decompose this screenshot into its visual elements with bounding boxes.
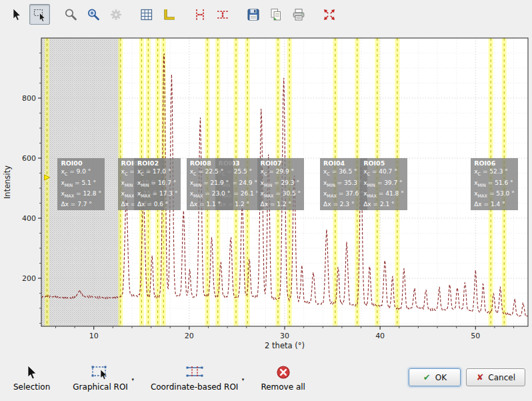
plot-canvas[interactable]: 2 theta (°) Intensity 102030405020040060… [0,32,532,357]
ok-check-icon: ✔ [423,372,431,382]
selection-tool-button[interactable]: Selection [11,363,53,393]
zoom-in-button[interactable] [83,4,103,25]
svg-text:40: 40 [375,332,385,340]
selection-rect-icon [33,7,47,22]
gear-icon [109,7,123,22]
svg-text:30: 30 [280,332,289,340]
ok-button-label: OK [435,373,447,382]
cancel-button-label: Cancel [488,373,515,382]
coordinate-roi-button[interactable]: ▾ Coordinate-based ROI [148,363,241,393]
svg-text:50: 50 [471,332,480,340]
cancel-button[interactable]: ✘ Cancel [466,368,525,386]
print-icon [291,7,306,22]
graphical-roi-button[interactable]: ▾ Graphical ROI [70,363,131,393]
magnifier-icon [63,7,78,22]
vertical-markers-icon [193,7,207,22]
axes-icon [162,7,177,22]
svg-text:20: 20 [185,332,194,340]
y-axis-label: Intensity [3,165,12,199]
remove-all-label: Remove all [261,382,305,392]
ok-button[interactable]: ✔ OK [409,368,461,386]
axes-toggle-button[interactable] [159,4,179,25]
toolbar-separator [52,14,58,15]
svg-text:200: 200 [22,274,36,283]
svg-text:400: 400 [22,214,36,223]
toolbar-separator [235,14,241,15]
expand-arrows-icon [322,7,337,22]
plot-toolbar [7,4,339,25]
copy-icon [269,7,283,22]
toolbar-separator [311,14,317,15]
toolbar-separator [181,14,187,15]
pointer-arrow-icon [10,7,25,22]
zoom-tool-button[interactable] [60,4,81,25]
pointer-tool-button[interactable] [7,4,27,25]
svg-text:10: 10 [89,332,99,340]
selection-label: Selection [13,382,50,392]
print-button[interactable] [288,4,309,25]
graphical-roi-label: Graphical ROI [73,382,128,392]
dropdown-arrow-icon: ▾ [242,378,245,382]
selection-cursor-icon [24,364,40,380]
remove-all-icon [275,364,291,380]
expand-button[interactable] [319,4,339,25]
dialog-button-box: ✔ OK ✘ Cancel [409,368,525,386]
selection-mode-button[interactable] [29,4,50,25]
coordinate-roi-icon [185,364,205,380]
grid-toggle-button[interactable] [136,4,157,25]
dropdown-arrow-icon: ▾ [131,378,134,382]
grid-icon [139,7,154,22]
svg-text:800: 800 [22,94,36,103]
remove-all-button[interactable]: Remove all [258,363,308,393]
plot-area: 2 theta (°) Intensity 102030405020040060… [0,32,532,357]
graphical-roi-icon [91,364,111,380]
roi-action-bar: Selection ▾ Graphical ROI ▾ Coordinate-b… [11,363,308,393]
y-range-markers-button[interactable] [212,4,233,25]
plot-options-button[interactable] [105,4,126,25]
save-button[interactable] [243,4,263,25]
x-range-markers-button[interactable] [189,4,210,25]
horizontal-markers-icon [215,7,230,22]
svg-text:600: 600 [22,154,36,163]
x-axis-label: 2 theta (°) [265,341,305,350]
coordinate-roi-label: Coordinate-based ROI [151,382,238,392]
cancel-cross-icon: ✘ [476,372,483,382]
save-icon [246,7,261,22]
copy-button[interactable] [265,4,286,25]
magnifier-blue-icon [86,7,101,22]
toolbar-separator [128,14,134,15]
